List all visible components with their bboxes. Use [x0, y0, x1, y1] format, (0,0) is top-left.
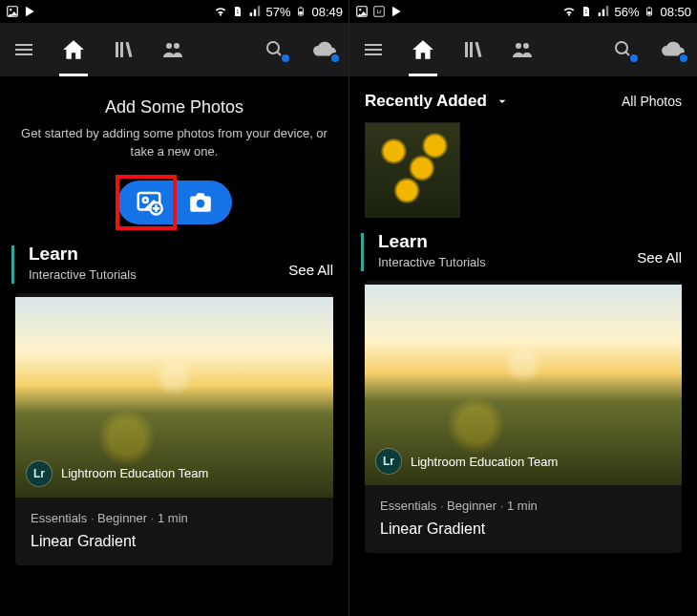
empty-title: Add Some Photos — [17, 97, 331, 117]
learn-subtitle: Interactive Tutorials — [378, 255, 682, 269]
lightroom-notif-icon: Lr — [372, 5, 386, 18]
status-right: 1 56% 08:50 — [562, 5, 691, 19]
svg-point-23 — [616, 42, 627, 53]
cloud-badge-icon — [678, 53, 689, 64]
see-all-button[interactable]: See All — [637, 249, 682, 266]
lightroom-badge-icon: Lr — [27, 461, 52, 486]
status-left: Lr — [355, 5, 403, 18]
svg-point-14 — [359, 9, 361, 11]
svg-rect-5 — [301, 7, 303, 8]
cloud-button[interactable] — [308, 33, 341, 66]
tag-duration: 1 min — [151, 511, 188, 525]
home-tab[interactable] — [57, 33, 90, 66]
app-bar — [0, 23, 348, 76]
image-notif-icon — [6, 5, 19, 18]
tutorial-tags: Essentials Beginner 1 min — [31, 511, 318, 525]
image-notif-icon — [355, 5, 369, 18]
shared-tab[interactable] — [506, 33, 539, 66]
recently-added-header: Recently Added All Photos — [349, 76, 697, 115]
tutorial-card[interactable]: Lr Lightroom Education Team Essentials B… — [15, 293, 333, 565]
svg-point-22 — [523, 43, 529, 49]
learn-subtitle: Interactive Tutorials — [29, 267, 333, 282]
empty-state: Add Some Photos Get started by adding so… — [0, 76, 348, 230]
svg-point-8 — [267, 42, 279, 53]
signal-icon — [248, 5, 262, 18]
tutorial-author: Lightroom Education Team — [61, 466, 208, 480]
search-button[interactable] — [259, 33, 291, 66]
learn-title: Learn — [378, 231, 682, 252]
play-notif-icon — [23, 5, 36, 18]
battery-icon — [643, 5, 656, 18]
home-content: Add Some Photos Get started by adding so… — [0, 76, 348, 616]
learn-title: Learn — [29, 244, 333, 265]
svg-text:1: 1 — [585, 9, 588, 14]
status-right: 1 57% 08:49 — [214, 5, 343, 19]
tutorial-title: Linear Gradient — [31, 533, 318, 550]
svg-point-12 — [196, 199, 204, 207]
app-bar — [349, 23, 697, 76]
status-time: 08:50 — [660, 5, 691, 19]
battery-percent: 56% — [614, 5, 639, 19]
add-photo-actions — [17, 181, 331, 224]
cloud-badge-icon — [329, 53, 341, 64]
screen-left: 1 57% 08:49 — [0, 0, 348, 616]
svg-text:1: 1 — [237, 9, 240, 14]
shared-tab[interactable] — [157, 33, 189, 66]
tutorial-title: Linear Gradient — [380, 520, 666, 538]
take-photo-button[interactable] — [175, 181, 226, 224]
tag-level: Beginner — [440, 499, 496, 513]
tutorial-tags: Essentials Beginner 1 min — [380, 499, 666, 513]
tag-duration: 1 min — [500, 499, 538, 513]
add-photo-button[interactable] — [123, 181, 175, 224]
tutorial-author: Lightroom Education Team — [411, 455, 558, 469]
tag-level: Beginner — [91, 511, 147, 525]
tag-category: Essentials — [31, 511, 87, 525]
photo-thumbnail[interactable] — [365, 122, 460, 218]
recently-added-dropdown[interactable]: Recently Added — [365, 92, 510, 111]
svg-rect-19 — [648, 11, 651, 14]
svg-text:Lr: Lr — [377, 9, 382, 14]
svg-point-1 — [10, 9, 11, 11]
hamburger-menu-button[interactable] — [357, 33, 390, 66]
library-tab[interactable] — [456, 33, 489, 66]
signal-icon — [597, 5, 610, 18]
learn-section: Learn Interactive Tutorials See All — [0, 230, 348, 284]
tutorial-meta: Essentials Beginner 1 min Linear Gradien… — [365, 485, 682, 553]
status-bar: 1 57% 08:49 — [0, 0, 348, 23]
battery-icon — [294, 5, 307, 18]
status-left — [6, 5, 36, 18]
svg-rect-4 — [300, 11, 303, 14]
empty-subtitle: Get started by adding some photos from y… — [17, 125, 331, 161]
add-photo-pill — [117, 181, 232, 224]
section-accent — [361, 233, 364, 271]
learn-section: Learn Interactive Tutorials See All — [349, 218, 697, 271]
home-tab[interactable] — [407, 33, 439, 66]
tutorial-author-overlay: Lr Lightroom Education Team — [27, 461, 208, 486]
play-notif-icon — [390, 5, 403, 18]
search-button[interactable] — [607, 33, 640, 66]
tutorial-image: Lr Lightroom Education Team — [365, 285, 682, 485]
tag-category: Essentials — [380, 499, 436, 513]
search-badge-icon — [628, 53, 640, 64]
wifi-icon — [562, 5, 576, 18]
sim-icon: 1 — [231, 5, 244, 18]
home-content: Recently Added All Photos Learn Interact… — [349, 76, 697, 616]
see-all-button[interactable]: See All — [288, 262, 333, 278]
tutorial-image: Lr Lightroom Education Team — [15, 297, 333, 498]
recently-added-label: Recently Added — [365, 92, 487, 111]
all-photos-button[interactable]: All Photos — [622, 94, 682, 109]
svg-rect-20 — [649, 7, 651, 8]
tutorial-author-overlay: Lr Lightroom Education Team — [376, 449, 558, 474]
cloud-button[interactable] — [657, 33, 689, 66]
search-badge-icon — [280, 53, 291, 64]
section-accent — [11, 245, 14, 284]
hamburger-menu-button[interactable] — [8, 33, 40, 66]
battery-percent: 57% — [265, 5, 290, 19]
svg-point-7 — [174, 43, 180, 49]
library-tab[interactable] — [107, 33, 139, 66]
status-bar: Lr 1 56% 08:50 — [349, 0, 697, 23]
svg-point-10 — [142, 198, 147, 202]
chevron-down-icon — [495, 94, 510, 109]
lightroom-badge-icon: Lr — [376, 449, 401, 474]
tutorial-card[interactable]: Lr Lightroom Education Team Essentials B… — [365, 281, 682, 553]
